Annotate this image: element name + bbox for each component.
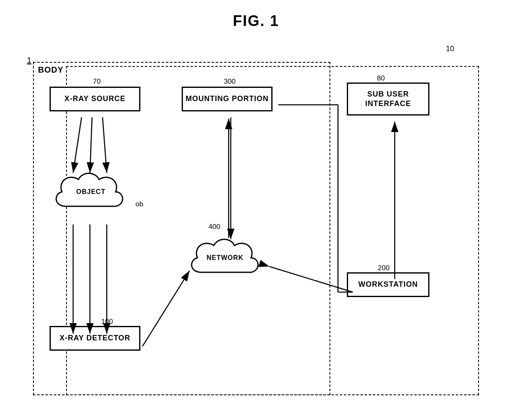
ref-70: 70 <box>93 78 101 86</box>
svg-text:OBJECT: OBJECT <box>76 188 106 195</box>
body-label: BODY <box>38 65 64 75</box>
network-cloud: NETWORK <box>186 231 264 285</box>
xray-detector-box: X-RAY DETECTOR <box>50 326 140 351</box>
ref-80: 80 <box>377 74 385 83</box>
mounting-portion-box: MOUNTING PORTION <box>182 87 273 111</box>
ref-ob: ob <box>135 200 143 208</box>
page-title: FIG. 1 <box>0 0 512 30</box>
object-cloud: OBJECT <box>50 165 132 219</box>
xray-source-box: X-RAY SOURCE <box>50 87 140 111</box>
ref-400: 400 <box>209 223 220 231</box>
workstation-box: WORKSTATION <box>347 272 429 297</box>
svg-text:NETWORK: NETWORK <box>206 254 244 261</box>
diagram-container: BODY 70 300 80 100 200 400 ob X-RAY SOUR… <box>25 41 487 403</box>
sub-user-interface-box: SUB USER INTERFACE <box>347 83 429 116</box>
ref-300: 300 <box>224 78 235 86</box>
ref-100: 100 <box>101 318 113 326</box>
ref-200: 200 <box>378 264 389 272</box>
